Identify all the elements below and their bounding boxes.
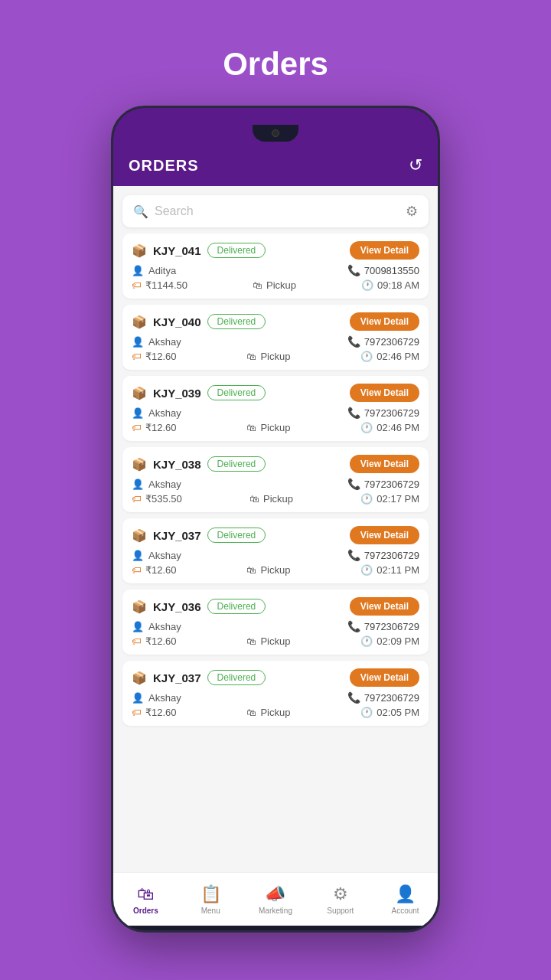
- box-icon: 📦: [132, 243, 147, 258]
- time-section: 🕐 02:17 PM: [360, 493, 419, 505]
- filter-icon[interactable]: ⚙: [406, 203, 418, 220]
- phone-notch-area: [113, 108, 438, 146]
- person-icon: 👤: [132, 621, 144, 632]
- order-time: 09:18 AM: [377, 279, 419, 291]
- bag-icon: 🛍: [246, 564, 256, 576]
- phone-section: 📞 7972306729: [347, 407, 419, 419]
- nav-item-orders[interactable]: 🛍 Orders: [113, 884, 178, 915]
- order-row2: 👤 Akshay 📞 7972306729: [132, 478, 419, 490]
- nav-item-marketing[interactable]: 📣 Marketing: [243, 884, 308, 915]
- status-badge: Delivered: [207, 670, 266, 685]
- view-detail-button[interactable]: View Detail: [350, 312, 419, 331]
- bag-icon: 🛍: [246, 635, 256, 647]
- order-row2: 👤 Akshay 📞 7972306729: [132, 691, 419, 704]
- nav-icon-orders: 🛍: [137, 884, 154, 904]
- order-row1: 📦 KJY_037 Delivered View Detail: [132, 526, 419, 544]
- order-card: 📦 KJY_039 Delivered View Detail 👤 Akshay…: [122, 376, 429, 441]
- pickup-section: 🛍 Pickup: [253, 279, 296, 291]
- order-id-section: 📦 KJY_037 Delivered: [132, 670, 266, 685]
- phone-number: 7009813550: [364, 265, 419, 276]
- phone-section: 📞 7972306729: [347, 620, 419, 632]
- order-card: 📦 KJY_041 Delivered View Detail 👤 Aditya…: [122, 234, 429, 299]
- time-section: 🕐 02:46 PM: [360, 351, 419, 362]
- view-detail-button[interactable]: View Detail: [350, 455, 419, 473]
- phone-number: 7972306729: [364, 407, 419, 419]
- search-icon: 🔍: [133, 204, 148, 219]
- nav-item-menu[interactable]: 📋 Menu: [178, 884, 243, 915]
- clock-icon: 🕐: [360, 707, 373, 718]
- orders-list: 📦 KJY_041 Delivered View Detail 👤 Aditya…: [113, 234, 438, 732]
- order-row3: 🏷 ₹12.60 🛍 Pickup 🕐 02:46 PM: [132, 422, 419, 433]
- order-id-section: 📦 KJY_038 Delivered: [132, 456, 266, 472]
- nav-label-marketing: Marketing: [259, 906, 292, 915]
- person-icon: 👤: [132, 265, 144, 276]
- order-amount: ₹12.60: [145, 351, 177, 362]
- tag-icon: 🏷: [132, 707, 142, 718]
- order-id: KJY_037: [153, 529, 201, 542]
- order-id: KJY_036: [153, 600, 201, 613]
- customer-section: 👤 Aditya: [132, 265, 176, 276]
- person-icon: 👤: [132, 407, 144, 419]
- nav-label-orders: Orders: [133, 906, 158, 915]
- nav-item-account[interactable]: 👤 Account: [373, 884, 438, 915]
- nav-icon-account: 👤: [395, 884, 416, 904]
- pickup-label: Pickup: [260, 564, 290, 576]
- order-amount: ₹12.60: [145, 635, 177, 647]
- clock-icon: 🕐: [360, 564, 373, 576]
- order-row2: 👤 Akshay 📞 7972306729: [132, 407, 419, 419]
- pickup-label: Pickup: [260, 635, 290, 647]
- phone-call-icon: 📞: [347, 620, 360, 632]
- view-detail-button[interactable]: View Detail: [350, 241, 419, 260]
- customer-section: 👤 Akshay: [132, 336, 181, 348]
- customer-name: Akshay: [148, 479, 181, 490]
- view-detail-button[interactable]: View Detail: [350, 668, 419, 687]
- order-card: 📦 KJY_037 Delivered View Detail 👤 Akshay…: [122, 661, 429, 726]
- bag-icon: 🛍: [246, 707, 256, 718]
- customer-section: 👤 Akshay: [132, 407, 181, 419]
- order-card: 📦 KJY_036 Delivered View Detail 👤 Akshay…: [122, 590, 429, 655]
- clock-icon: 🕐: [360, 351, 373, 362]
- box-icon: 📦: [132, 528, 147, 543]
- pickup-label: Pickup: [266, 279, 296, 291]
- refresh-icon[interactable]: ↺: [409, 155, 422, 175]
- search-left: 🔍 Search: [133, 204, 194, 219]
- search-bar[interactable]: 🔍 Search ⚙: [122, 195, 429, 227]
- tag-icon: 🏷: [132, 493, 142, 505]
- amount-section: 🏷 ₹12.60: [132, 635, 177, 647]
- amount-section: 🏷 ₹12.60: [132, 707, 177, 718]
- amount-section: 🏷 ₹1144.50: [132, 279, 187, 291]
- view-detail-button[interactable]: View Detail: [350, 526, 419, 544]
- order-time: 02:11 PM: [377, 564, 419, 576]
- order-amount: ₹535.50: [145, 493, 182, 505]
- bottom-nav: 🛍 Orders 📋 Menu 📣 Marketing ⚙ Support 👤 …: [113, 872, 438, 926]
- nav-item-support[interactable]: ⚙ Support: [308, 884, 373, 915]
- bag-icon: 🛍: [246, 351, 256, 362]
- order-amount: ₹12.60: [145, 422, 177, 433]
- search-placeholder: Search: [155, 204, 194, 218]
- order-row1: 📦 KJY_038 Delivered View Detail: [132, 455, 419, 473]
- clock-icon: 🕐: [360, 635, 373, 647]
- phone-call-icon: 📞: [347, 335, 360, 348]
- status-badge: Delivered: [207, 385, 266, 400]
- phone-number: 7972306729: [364, 479, 419, 490]
- order-row1: 📦 KJY_036 Delivered View Detail: [132, 597, 419, 616]
- phone-section: 📞 7972306729: [347, 691, 419, 704]
- tag-icon: 🏷: [132, 635, 142, 647]
- order-row3: 🏷 ₹12.60 🛍 Pickup 🕐 02:11 PM: [132, 564, 419, 576]
- time-section: 🕐 02:09 PM: [360, 635, 419, 647]
- bag-icon: 🛍: [246, 422, 256, 433]
- customer-name: Akshay: [148, 621, 181, 632]
- time-section: 🕐 02:11 PM: [360, 564, 419, 576]
- order-row3: 🏷 ₹1144.50 🛍 Pickup 🕐 09:18 AM: [132, 279, 419, 291]
- order-time: 02:09 PM: [377, 635, 419, 647]
- view-detail-button[interactable]: View Detail: [350, 597, 419, 616]
- phone-notch: [253, 125, 298, 142]
- phone-number: 7972306729: [364, 550, 419, 561]
- phone-section: 📞 7972306729: [347, 335, 419, 348]
- order-row1: 📦 KJY_040 Delivered View Detail: [132, 312, 419, 331]
- view-detail-button[interactable]: View Detail: [350, 384, 419, 402]
- bag-icon: 🛍: [249, 493, 259, 505]
- customer-name: Aditya: [148, 265, 176, 276]
- status-badge: Delivered: [207, 243, 266, 258]
- customer-name: Akshay: [148, 407, 181, 419]
